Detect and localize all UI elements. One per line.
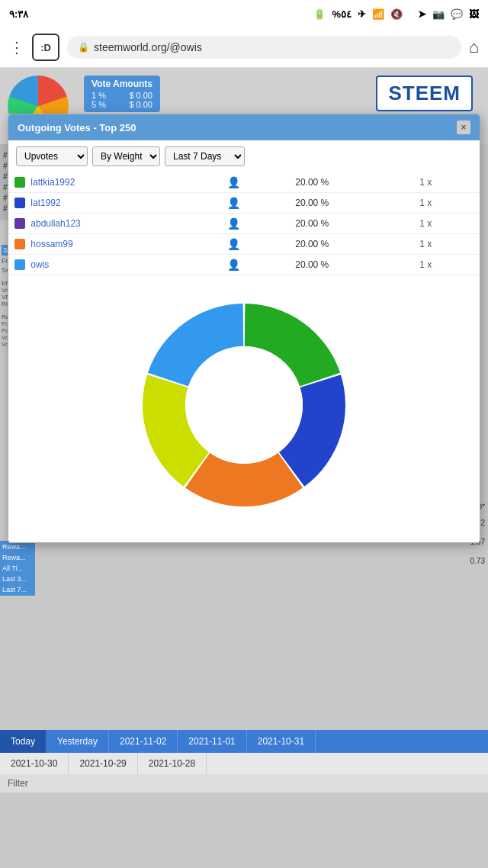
color-cell: owis: [8, 255, 221, 275]
outgoing-votes-modal: Outgoing Votes - Top 250 × Upvotes Downv…: [8, 114, 480, 543]
vote-amount-row-2: 5 % $ 0.00: [92, 100, 152, 109]
browser-bar: ⋮ :D 🔒 steemworld.org/@owis ⌂: [0, 27, 488, 68]
status-right: 🔋 %٥٤ ✈ 📶 🔇 ➤ 📷 💬 🖼: [313, 8, 479, 20]
bottom-nav-date-item[interactable]: 2021-11-02: [109, 730, 178, 753]
user-icon-cell: 👤: [221, 234, 290, 255]
lock-icon: 🔒: [78, 42, 89, 53]
color-cell: lattkia1992: [8, 172, 221, 193]
modal-filters-row: Upvotes Downvotes All By Weight By Count…: [8, 140, 480, 172]
bg-val-073: 0.73: [462, 557, 485, 565]
count-cell: 1 x: [413, 172, 480, 193]
table-row: hossam99 👤 20.00 % 1 x: [8, 234, 480, 255]
modal-close-button[interactable]: ×: [457, 121, 470, 134]
table-row: lat1992 👤 20.00 % 1 x: [8, 193, 480, 214]
bottom-nav-date-item[interactable]: 2021-11-01: [178, 730, 246, 753]
percentage-cell: 20.00 %: [289, 172, 413, 193]
count-cell: 1 x: [413, 255, 480, 275]
bg-rewards-alltime: Rewa...: [2, 554, 33, 561]
modal-header: Outgoing Votes - Top 250 ×: [8, 114, 480, 140]
bottom-nav-date-item[interactable]: 2021-10-31: [247, 730, 316, 753]
bottom-nav-date-item[interactable]: Yesterday: [47, 730, 109, 753]
bg-rewards-alltime2: All Ti...: [2, 564, 33, 572]
table-row: abdullah123 👤 20.00 % 1 x: [8, 214, 480, 234]
user-avatar-icon: 👤: [227, 238, 240, 250]
color-indicator: [14, 218, 25, 229]
bottom-nav-row1: TodayYesterday2021-11-022021-11-012021-1…: [0, 730, 488, 753]
votes-table: lattkia1992 👤 20.00 % 1 x lat1992 👤 20.0…: [8, 172, 480, 275]
user-icon-cell: 👤: [221, 214, 290, 234]
count-cell: 1 x: [413, 193, 480, 214]
bottom-nav-date-item-row2[interactable]: 2021-10-28: [138, 753, 207, 774]
color-indicator: [14, 177, 25, 188]
color-cell: abdullah123: [8, 214, 221, 234]
bottom-nav-date-item-row2[interactable]: 2021-10-30: [0, 753, 69, 774]
user-avatar-icon: 👤: [227, 197, 240, 209]
bg-rewards-panel: Rewa... Rewa... All Ti... Last 3... Last…: [0, 541, 35, 596]
color-cell: lat1992: [8, 193, 221, 214]
donut-hole: [185, 346, 303, 464]
table-row: owis 👤 20.00 % 1 x: [8, 255, 480, 275]
percentage-cell: 20.00 %: [289, 234, 413, 255]
url-text: steemworld.org/@owis: [94, 41, 202, 53]
steem-logo-text: STEEM: [388, 82, 461, 105]
bg-rewards-label: Rewa...: [2, 543, 33, 551]
browser-menu-button[interactable]: ⋮: [9, 38, 24, 56]
browser-logo: :D: [32, 34, 59, 61]
va-val-1: $ 0.00: [129, 91, 152, 100]
percentage-cell: 20.00 %: [289, 193, 413, 214]
user-name-link[interactable]: lat1992: [30, 198, 60, 208]
percentage-cell: 20.00 %: [289, 214, 413, 234]
bottom-nav-date-item-row2[interactable]: 2021-10-29: [69, 753, 137, 774]
user-name-link[interactable]: owis: [30, 259, 49, 270]
count-cell: 1 x: [413, 214, 480, 234]
bg-rewards-last7: Last 7...: [2, 586, 33, 593]
mute-icon: 🔇: [390, 8, 403, 20]
wifi-icon: 📶: [372, 8, 384, 20]
user-avatar-icon: 👤: [227, 259, 240, 271]
steem-logo-area: STEEM: [376, 76, 473, 111]
user-avatar-icon: 👤: [227, 176, 240, 188]
instagram-icon: 📷: [432, 8, 445, 20]
user-name-link[interactable]: hossam99: [30, 239, 72, 249]
user-icon-cell: 👤: [221, 193, 290, 214]
vote-amounts-title: Vote Amounts: [92, 79, 152, 89]
percentage-cell: 20.00 %: [289, 255, 413, 275]
user-name-link[interactable]: lattkia1992: [30, 177, 75, 188]
page-background: Vote Amounts 1 % $ 0.00 5 % $ 0.00 STEEM…: [0, 68, 488, 868]
home-icon[interactable]: ⌂: [469, 37, 479, 57]
user-avatar-icon: 👤: [227, 217, 240, 230]
filter-sort-select[interactable]: By Weight By Count By Value: [92, 146, 160, 166]
filter-label: Filter: [8, 778, 28, 789]
count-cell: 1 x: [413, 234, 480, 255]
filter-bar: Filter: [0, 774, 488, 792]
user-name-link[interactable]: abdullah123: [30, 218, 80, 229]
user-icon-cell: 👤: [221, 255, 290, 275]
modal-title: Outgoing Votes - Top 250: [18, 122, 136, 133]
filter-type-select[interactable]: Upvotes Downvotes All: [16, 146, 88, 166]
send-icon: ➤: [418, 8, 426, 20]
chat-icon: 💬: [451, 8, 463, 20]
table-row: lattkia1992 👤 20.00 % 1 x: [8, 172, 480, 193]
vote-amount-row-1: 1 % $ 0.00: [92, 91, 152, 100]
status-left: ٩:٣٨: [9, 8, 28, 20]
va-pct-1: 1 %: [92, 91, 106, 100]
bottom-nav-area: TodayYesterday2021-11-022021-11-012021-1…: [0, 730, 488, 792]
filter-period-select[interactable]: Last 7 Days Last 30 Days All Time: [165, 146, 245, 166]
airplane-icon: ✈: [358, 8, 366, 20]
bottom-nav-date-item[interactable]: Today: [0, 730, 47, 753]
user-icon-cell: 👤: [221, 172, 290, 193]
bg-rewards-last3: Last 3...: [2, 575, 33, 583]
color-indicator: [14, 259, 25, 270]
image-icon: 🖼: [469, 8, 479, 20]
color-indicator: [14, 198, 25, 208]
status-time: ٩:٣٨: [9, 8, 28, 20]
va-val-2: $ 0.00: [129, 100, 152, 109]
battery-pct: %٥٤: [332, 8, 352, 20]
donut-chart-container: [8, 283, 480, 527]
vote-amounts-box: Vote Amounts 1 % $ 0.00 5 % $ 0.00: [84, 76, 160, 112]
va-pct-2: 5 %: [92, 100, 106, 109]
color-indicator: [14, 239, 25, 249]
donut-chart-svg: [137, 298, 351, 512]
color-cell: hossam99: [8, 234, 221, 255]
url-bar[interactable]: 🔒 steemworld.org/@owis: [67, 36, 461, 59]
